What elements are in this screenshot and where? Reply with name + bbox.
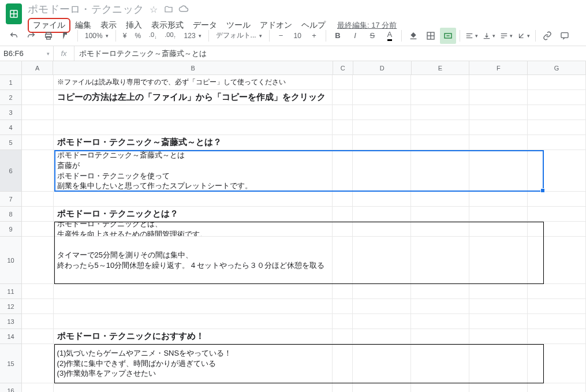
cell-E11[interactable]	[411, 284, 469, 298]
sheets-logo[interactable]	[6, 3, 22, 24]
cell-G7[interactable]	[528, 192, 586, 206]
cell-F3[interactable]	[469, 105, 528, 120]
cell-B1[interactable]: ※ファイルは読み取り専用ですので、必ず「コピー」して使ってください	[54, 75, 333, 89]
vertical-align-button[interactable]	[481, 28, 497, 44]
merge-cells-button[interactable]	[440, 28, 456, 44]
cell-F15[interactable]	[469, 344, 528, 383]
row-header-16[interactable]: 16	[0, 383, 21, 392]
cell-A5[interactable]	[22, 135, 54, 150]
cell-C12[interactable]	[333, 299, 353, 313]
cell-A3[interactable]	[22, 105, 54, 120]
cell-A10[interactable]	[22, 237, 54, 283]
cell-B2[interactable]: コピーの方法は左上の「ファイル」から「コピーを作成」をクリック	[54, 90, 333, 104]
row-header-5[interactable]: 5	[0, 135, 21, 150]
cell-G4[interactable]	[528, 120, 586, 135]
cell-E3[interactable]	[411, 105, 469, 120]
cell-E1[interactable]	[411, 75, 469, 89]
cell-C16[interactable]	[333, 383, 353, 392]
row-header-14[interactable]: 14	[0, 329, 21, 344]
cell-F2[interactable]	[469, 90, 528, 104]
cell-B7[interactable]	[54, 192, 333, 206]
print-button[interactable]	[40, 28, 57, 44]
insert-comment-button[interactable]	[557, 28, 573, 44]
cell-G1[interactable]	[528, 75, 586, 89]
cell-G9[interactable]	[528, 222, 586, 236]
cell-G10[interactable]	[528, 237, 586, 283]
cell-D10[interactable]	[353, 237, 411, 283]
cell-D12[interactable]	[353, 299, 411, 313]
row-header-1[interactable]: 1	[0, 75, 21, 90]
cell-B15[interactable]: (1)気づいたらゲームやアニメ・SNSをやっている！ (2)作業に集中できず、時…	[54, 344, 333, 383]
cell-F9[interactable]	[469, 222, 528, 236]
cell-B6[interactable]: ポモドーロテクニック～斎藤式～とは 斎藤が ポモドーロ・テクニックを使って 副業…	[54, 150, 333, 191]
decrease-decimal-button[interactable]: .0↓	[145, 28, 160, 43]
zoom-select[interactable]: 100%	[81, 28, 112, 43]
cell-B10[interactable]: タイマーで25分間を測りその間は集中、 終わったら5～10分間休憩を繰り返す。４…	[54, 237, 333, 283]
cell-A11[interactable]	[22, 284, 54, 298]
cell-E15[interactable]	[411, 344, 469, 383]
italic-button[interactable]: I	[347, 28, 363, 44]
cell-F1[interactable]	[469, 75, 528, 89]
cell-B11[interactable]	[54, 284, 333, 298]
currency-button[interactable]: ¥	[120, 28, 130, 43]
text-wrap-button[interactable]	[498, 28, 514, 44]
cell-G2[interactable]	[528, 90, 586, 104]
cell-B14[interactable]: ポモドーロ・テクニックにおすすめ！	[54, 329, 333, 344]
redo-button[interactable]	[23, 28, 39, 44]
row-header-3[interactable]: 3	[0, 105, 21, 120]
col-header-D[interactable]: D	[353, 61, 412, 74]
move-icon[interactable]	[163, 4, 174, 14]
row-header-2[interactable]: 2	[0, 90, 21, 105]
cell-C7[interactable]	[333, 192, 353, 206]
cell-D1[interactable]	[353, 75, 411, 89]
col-header-A[interactable]: A	[22, 61, 53, 74]
col-header-F[interactable]: F	[469, 61, 528, 74]
cell-B3[interactable]	[54, 105, 333, 120]
cell-E14[interactable]	[411, 329, 469, 344]
formula-bar[interactable]: ポモドーロテクニック～斎藤式～とは	[74, 48, 586, 59]
cell-B8[interactable]: ポモドーロ・テクニックとは？	[54, 207, 333, 221]
cell-E2[interactable]	[411, 90, 469, 104]
col-header-E[interactable]: E	[412, 61, 470, 74]
cell-G3[interactable]	[528, 105, 586, 120]
select-all-corner[interactable]	[0, 61, 21, 75]
col-header-G[interactable]: G	[528, 61, 586, 74]
cell-E16[interactable]	[411, 383, 469, 392]
cell-F8[interactable]	[469, 207, 528, 221]
cell-D11[interactable]	[353, 284, 411, 298]
cell-G8[interactable]	[528, 207, 586, 221]
cell-F5[interactable]	[469, 135, 528, 150]
cell-A15[interactable]	[22, 344, 54, 383]
cell-A9[interactable]	[22, 222, 54, 236]
cell-C6[interactable]	[333, 150, 353, 191]
cell-G11[interactable]	[528, 284, 586, 298]
cell-C5[interactable]	[333, 135, 353, 150]
cell-D14[interactable]	[353, 329, 411, 344]
row-header-4[interactable]: 4	[0, 120, 21, 135]
cell-A12[interactable]	[22, 299, 54, 313]
cell-E9[interactable]	[411, 222, 469, 236]
cell-G6[interactable]	[528, 150, 586, 191]
cell-C1[interactable]	[333, 75, 353, 89]
cell-C10[interactable]	[333, 237, 353, 283]
more-formats-button[interactable]: 123	[181, 28, 205, 43]
font-select[interactable]: デフォルト...	[212, 28, 266, 43]
paint-format-button[interactable]	[58, 28, 74, 44]
cell-F10[interactable]	[469, 237, 528, 283]
cell-A6[interactable]	[22, 150, 54, 191]
cell-D13[interactable]	[353, 314, 411, 328]
cell-G5[interactable]	[528, 135, 586, 150]
undo-button[interactable]	[6, 28, 22, 44]
row-header-7[interactable]: 7	[0, 192, 21, 207]
cell-E4[interactable]	[411, 120, 469, 135]
cell-A13[interactable]	[22, 314, 54, 328]
star-icon[interactable]: ☆	[148, 4, 159, 14]
cell-D6[interactable]	[353, 150, 411, 191]
cell-E8[interactable]	[411, 207, 469, 221]
cell-C4[interactable]	[333, 120, 353, 135]
cell-A7[interactable]	[22, 192, 54, 206]
cell-D5[interactable]	[353, 135, 411, 150]
cell-F4[interactable]	[469, 120, 528, 135]
cell-G12[interactable]	[528, 299, 586, 313]
fill-color-button[interactable]	[405, 28, 421, 44]
